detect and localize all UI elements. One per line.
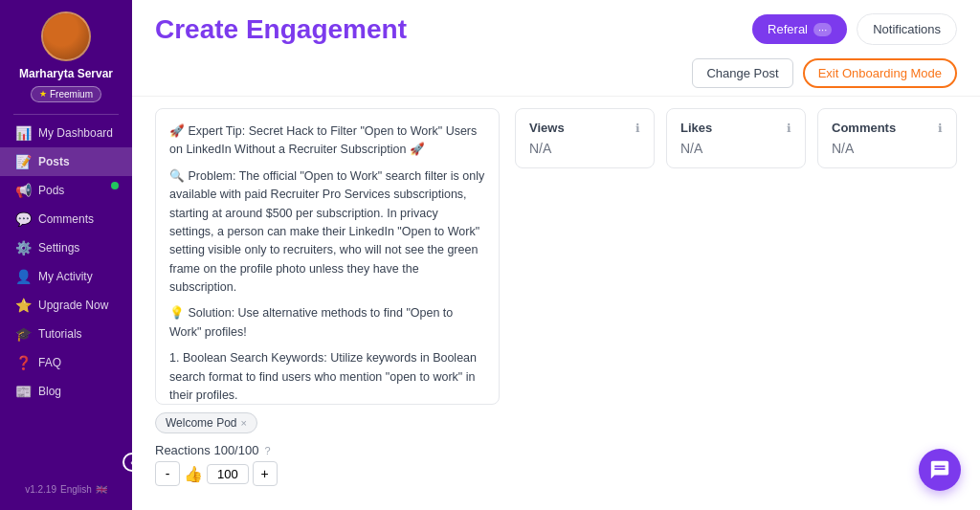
content-area: 🚀 Expert Tip: Secret Hack to Filter "Ope… [132, 97, 980, 510]
stat-label-views: Views [529, 121, 565, 135]
avatar [41, 11, 91, 61]
blog-icon: 📰 [15, 384, 31, 399]
sidebar-divider [13, 114, 119, 115]
star-icon: ★ [39, 89, 47, 99]
referal-button[interactable]: Referal ··· [752, 14, 847, 44]
stat-card-likes: Likes ℹ N/A [666, 108, 806, 168]
notification-dot [111, 182, 119, 189]
post-tags-row: Welcome Pod × [155, 405, 500, 437]
pods-icon: 📢 [15, 183, 31, 198]
stats-panel: Views ℹ N/A Likes ℹ N/A Comments ℹ [515, 108, 957, 499]
sidebar-item-dashboard[interactable]: 📊 My Dashboard [0, 119, 132, 147]
sidebar-item-pods[interactable]: 📢 Pods [0, 176, 132, 205]
sidebar-collapse-button[interactable]: ‹ [122, 453, 132, 472]
page-title: Create Engagement [155, 14, 407, 45]
comments-icon: 💬 [15, 211, 31, 227]
stat-value-likes: N/A [680, 141, 791, 156]
sidebar-item-settings[interactable]: ⚙️ Settings [0, 233, 132, 262]
stat-header-likes: Likes ℹ [680, 121, 791, 135]
posts-icon: 📝 [15, 154, 31, 169]
pod-tag-remove[interactable]: × [240, 417, 246, 429]
main-content: Create Engagement Referal ··· Notificati… [132, 0, 980, 510]
settings-icon: ⚙️ [15, 240, 31, 255]
sidebar-user-name: Marharyta Servar [19, 67, 113, 82]
reactions-plus-button[interactable]: + [253, 461, 278, 486]
post-paragraph-2: 🔍 Problem: The official "Open to Work" s… [169, 167, 485, 298]
header: Create Engagement Referal ··· Notificati… [132, 0, 980, 55]
sidebar-item-posts[interactable]: 📝 Posts [0, 147, 132, 176]
sidebar-item-comments[interactable]: 💬 Comments [0, 205, 132, 233]
reactions-minus-button[interactable]: - [155, 461, 180, 486]
activity-icon: 👤 [15, 269, 31, 284]
change-post-button[interactable]: Change Post [692, 58, 792, 88]
stat-info-comments[interactable]: ℹ [938, 122, 943, 135]
stat-value-views: N/A [529, 141, 640, 156]
toolbar: Change Post Exit Onboarding Mode [132, 55, 980, 97]
sidebar-item-tutorials[interactable]: 🎓 Tutorials [0, 320, 132, 348]
post-paragraph-4: 1. Boolean Search Keywords: Utilize keyw… [169, 349, 485, 405]
exit-onboarding-button[interactable]: Exit Onboarding Mode [803, 58, 957, 88]
sidebar: Marharyta Servar ★ Freemium 📊 My Dashboa… [0, 0, 132, 510]
freemium-badge: ★ Freemium [31, 86, 101, 102]
reactions-controls: - 👍 100 + [155, 461, 500, 486]
dashboard-icon: 📊 [15, 125, 31, 141]
post-panel: 🚀 Expert Tip: Secret Hack to Filter "Ope… [155, 108, 500, 499]
sidebar-item-upgrade[interactable]: ⭐ Upgrade Now [0, 291, 132, 320]
stat-info-views[interactable]: ℹ [635, 122, 640, 135]
stat-card-comments: Comments ℹ N/A [817, 108, 957, 168]
reactions-row: Reactions 100/100 ? [155, 437, 500, 461]
stat-card-views: Views ℹ N/A [515, 108, 655, 168]
stat-label-comments: Comments [832, 121, 896, 135]
sidebar-item-faq[interactable]: ❓ FAQ [0, 348, 132, 377]
pod-tag[interactable]: Welcome Pod × [155, 412, 257, 433]
stat-header-comments: Comments ℹ [832, 121, 943, 135]
stat-value-comments: N/A [832, 141, 943, 156]
notifications-button[interactable]: Notifications [857, 13, 957, 45]
reactions-help-icon[interactable]: ? [264, 445, 270, 456]
reactions-emoji: 👍 [184, 465, 203, 483]
stats-row: Views ℹ N/A Likes ℹ N/A Comments ℹ [515, 108, 957, 168]
sidebar-item-blog[interactable]: 📰 Blog [0, 377, 132, 406]
header-actions: Referal ··· Notifications [752, 13, 957, 45]
upgrade-icon: ⭐ [15, 298, 31, 313]
stat-info-likes[interactable]: ℹ [787, 122, 791, 135]
post-paragraph-1: 🚀 Expert Tip: Secret Hack to Filter "Ope… [169, 122, 485, 160]
post-box: 🚀 Expert Tip: Secret Hack to Filter "Ope… [155, 108, 500, 405]
faq-icon: ❓ [15, 355, 31, 370]
referal-dots: ··· [813, 23, 832, 36]
post-paragraph-3: 💡 Solution: Use alternative methods to f… [169, 304, 485, 342]
tutorials-icon: 🎓 [15, 326, 31, 342]
stat-label-likes: Likes [680, 121, 712, 135]
chat-fab-button[interactable] [919, 449, 961, 491]
reactions-value: 100 [207, 464, 249, 484]
sidebar-item-my-activity[interactable]: 👤 My Activity [0, 262, 132, 291]
stat-header-views: Views ℹ [529, 121, 640, 135]
sidebar-version: v1.2.19 English 🇬🇧 [25, 477, 107, 499]
